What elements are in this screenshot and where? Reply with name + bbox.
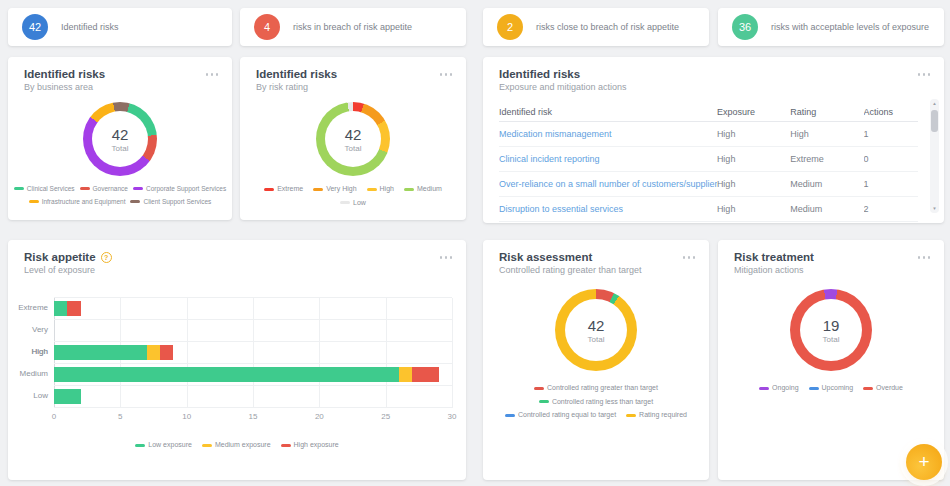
legend-swatch bbox=[133, 187, 143, 190]
kpi-count-badge: 2 bbox=[497, 14, 523, 40]
legend-swatch bbox=[539, 400, 549, 403]
donut-total-label: Total bbox=[823, 335, 840, 344]
bar-segment bbox=[54, 345, 147, 360]
legend-swatch bbox=[80, 187, 90, 190]
kpi-card-breach: 4 risks in breach of risk appetite bbox=[240, 8, 466, 46]
kpi-card-identified-risks: 42 Identified risks bbox=[8, 8, 232, 46]
table-header: Identified riskExposureRatingActions bbox=[499, 102, 918, 122]
risk-link[interactable]: Medication mismanagement bbox=[499, 129, 717, 139]
bar-segment bbox=[160, 345, 173, 360]
legend-item: Low exposure bbox=[135, 440, 192, 451]
kpi-label: Identified risks bbox=[61, 22, 119, 32]
scroll-up-icon[interactable]: ▲ bbox=[930, 99, 939, 108]
kpi-count-badge: 42 bbox=[22, 14, 48, 40]
donut-total-label: Total bbox=[588, 335, 605, 344]
donut-chart-risk-treatment: 19 Total bbox=[790, 289, 872, 371]
bar-segment bbox=[399, 367, 412, 382]
column-header: Exposure bbox=[717, 107, 790, 117]
more-options-icon[interactable] bbox=[918, 73, 931, 76]
column-header: Rating bbox=[790, 107, 863, 117]
plus-icon: + bbox=[918, 451, 929, 473]
x-axis-tick: 0 bbox=[52, 412, 56, 421]
card-identified-risks-by-risk-rating: Identified risks By risk rating 42 Total… bbox=[240, 57, 466, 220]
table-scrollbar[interactable]: ▲ ▼ bbox=[930, 99, 939, 213]
table-row: Medication mismanagementHighHigh1 bbox=[499, 122, 918, 147]
legend-swatch bbox=[29, 200, 39, 203]
legend-item: Very High bbox=[313, 184, 356, 195]
more-options-icon[interactable] bbox=[918, 256, 931, 259]
legend-swatch bbox=[340, 201, 350, 204]
bar-segment bbox=[54, 367, 399, 382]
legend-item: Corporate Support Services bbox=[133, 184, 226, 194]
more-options-icon[interactable] bbox=[683, 256, 696, 259]
donut-total-value: 42 bbox=[112, 126, 129, 143]
legend-item: Medium exposure bbox=[202, 440, 271, 451]
more-options-icon[interactable] bbox=[206, 73, 219, 76]
bar-row bbox=[54, 298, 452, 320]
legend-item: Client Support Services bbox=[130, 197, 211, 207]
table-row: Disruption to essential servicesHighMedi… bbox=[499, 197, 918, 222]
kpi-card-acceptable: 36 risks with acceptable levels of expos… bbox=[718, 8, 944, 46]
bar-segment bbox=[54, 389, 81, 404]
legend-swatch bbox=[367, 188, 377, 191]
x-axis-tick: 30 bbox=[448, 412, 457, 421]
scrollbar-thumb[interactable] bbox=[931, 110, 938, 132]
kpi-label: risks in breach of risk appetite bbox=[293, 22, 412, 32]
card-title: Risk assessment bbox=[499, 251, 642, 263]
bar-segment bbox=[67, 301, 80, 316]
card-subtitle: Mitigation actions bbox=[734, 265, 814, 275]
risk-link[interactable]: Clinical incident reporting bbox=[499, 154, 717, 164]
table-cell: High bbox=[717, 204, 790, 214]
donut-total-value: 19 bbox=[823, 317, 840, 334]
y-axis-label: High bbox=[16, 341, 54, 363]
table-cell: High bbox=[717, 129, 790, 139]
legend-item: Overdue bbox=[863, 383, 903, 394]
legend-item: High bbox=[367, 184, 394, 195]
donut-center: 42 Total bbox=[92, 111, 148, 167]
legend-item: Rating required bbox=[626, 410, 687, 421]
more-options-icon[interactable] bbox=[440, 73, 453, 76]
risk-link[interactable]: Over-reliance on a small number of custo… bbox=[499, 179, 717, 189]
help-icon[interactable]: ? bbox=[101, 252, 112, 263]
legend-swatch bbox=[863, 387, 873, 390]
legend-item: High exposure bbox=[281, 440, 339, 451]
x-axis: 051015202530 bbox=[54, 408, 452, 424]
chart-legend: Controlled rating greater than targetCon… bbox=[491, 383, 701, 421]
scroll-down-icon[interactable]: ▼ bbox=[930, 204, 939, 213]
card-title: Identified risks bbox=[499, 68, 627, 80]
card-title: Identified risks bbox=[24, 68, 105, 80]
chart-legend: Low exposureMedium exposureHigh exposure bbox=[8, 440, 466, 451]
table-cell: High bbox=[790, 129, 863, 139]
bar-row bbox=[54, 386, 452, 408]
legend-swatch bbox=[404, 188, 414, 191]
legend-swatch bbox=[281, 444, 291, 447]
card-risk-appetite: Risk appetite ? Level of exposure Extrem… bbox=[8, 240, 466, 480]
donut-chart-risk-assessment: 42 Total bbox=[555, 289, 637, 371]
legend-item: Controlled rating equal to target bbox=[505, 410, 616, 421]
add-risk-button[interactable]: + bbox=[906, 444, 942, 480]
donut-chart-risk-rating: 42 Total bbox=[316, 102, 390, 176]
kpi-count-badge: 4 bbox=[254, 14, 280, 40]
legend-item: Ongoing bbox=[759, 383, 798, 394]
x-axis-tick: 20 bbox=[315, 412, 324, 421]
card-title: Risk treatment bbox=[734, 251, 814, 263]
risk-link[interactable]: Disruption to essential services bbox=[499, 204, 717, 214]
donut-center: 42 Total bbox=[325, 111, 381, 167]
bar-segment bbox=[147, 345, 160, 360]
legend-item: Controlled rating less than target bbox=[539, 397, 653, 408]
y-axis-label: Extreme bbox=[16, 297, 54, 319]
card-subtitle: By risk rating bbox=[256, 82, 337, 92]
more-options-icon[interactable] bbox=[440, 256, 453, 259]
y-axis: ExtremeVery HighHighMediumLow bbox=[16, 297, 54, 424]
legend-swatch bbox=[505, 414, 515, 417]
x-axis-tick: 25 bbox=[381, 412, 390, 421]
legend-swatch bbox=[759, 387, 769, 390]
card-subtitle: Exposure and mitigation actions bbox=[499, 82, 627, 92]
table-cell: Medium bbox=[790, 204, 863, 214]
legend-swatch bbox=[135, 444, 145, 447]
legend-item: Clinical Services bbox=[14, 184, 75, 194]
donut-center: 19 Total bbox=[800, 299, 862, 361]
chart-legend: OngoingUpcomingOverdue bbox=[718, 383, 944, 394]
table-cell: 2 bbox=[864, 204, 919, 214]
card-subtitle: Controlled rating greater than target bbox=[499, 265, 642, 275]
